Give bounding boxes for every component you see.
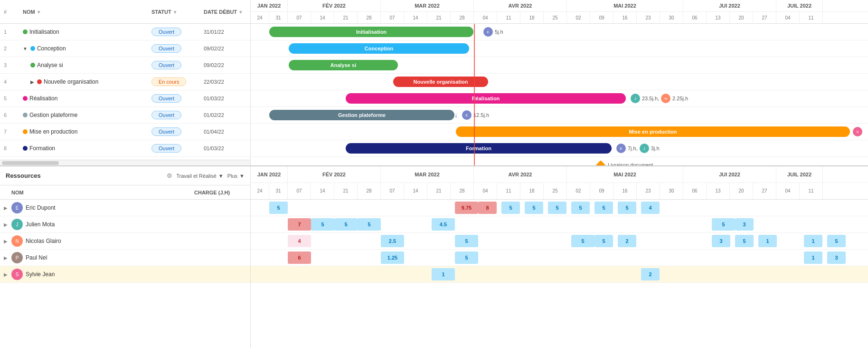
- months-row: JAN 2022 FÉV 2022 MAR 2022 AVR 2022 MAI …: [251, 0, 868, 12]
- status-badge[interactable]: En cours: [151, 77, 186, 86]
- week-07b: 07: [381, 12, 404, 24]
- gantt-row-5: Réalisation J 23.5j.h, N 2.25j.h: [251, 90, 868, 107]
- res-cell: 2.5: [381, 235, 404, 247]
- res-cell: 6: [288, 251, 311, 264]
- week-21: 21: [334, 12, 358, 24]
- res-cell: 3: [827, 251, 846, 264]
- bar-mise-en-prod[interactable]: Mise en production: [456, 126, 850, 137]
- horizontal-scrollbar[interactable]: [0, 160, 250, 165]
- resource-name: Nicolas Glairo: [26, 238, 246, 244]
- scroll-thumb[interactable]: [2, 161, 59, 165]
- status-badge[interactable]: Ouvert: [151, 127, 181, 136]
- bar-gestion[interactable]: Gestion plateforme: [269, 110, 454, 120]
- week-13: 13: [707, 12, 730, 24]
- status-dot: [23, 96, 28, 101]
- resource-chart: JAN 2022 FÉV 2022 MAR 2022 AVR 2022 MAI …: [251, 166, 868, 348]
- resource-plus[interactable]: Plus ▼: [227, 173, 245, 179]
- col-statut-header: STATUT▼: [151, 9, 204, 15]
- res-col-charge: CHARGE (J.H): [194, 190, 246, 195]
- expand-icon[interactable]: ▶: [30, 79, 34, 85]
- month-mai: MAI 2022: [567, 0, 683, 11]
- app-container: # NOM▼ STATUT▼ DATE DÉBUT▼ 1 Initialis: [0, 0, 868, 348]
- left-panel: # NOM▼ STATUT▼ DATE DÉBUT▼ 1 Initialis: [0, 0, 251, 165]
- bar-label-8: E 7j.h, J 3j.h: [616, 144, 660, 153]
- col-date-header: DATE DÉBUT▼: [204, 9, 246, 15]
- res-cell: 8: [478, 202, 497, 214]
- bar-initialisation[interactable]: Initialisation: [269, 27, 473, 37]
- table-row: 1 Initialisation Ouvert 31/01/22: [0, 24, 250, 40]
- bar-label-1: E 5j.h: [483, 27, 503, 37]
- statut-filter-icon[interactable]: ▼: [173, 10, 178, 15]
- expand-icon[interactable]: ▶: [4, 272, 11, 277]
- resource-row-nicolas: 4 2.5 5 5 5 2 3 5 1 1 5: [251, 233, 868, 250]
- plus-arrow-icon: ▼: [239, 173, 245, 179]
- res-month-mai: MAI 2022: [567, 166, 683, 183]
- table-row: 3 Analyse si Ouvert 09/02/22: [0, 57, 250, 74]
- resources-header: Ressources ⚙ Travail et Réalisé ▼ Plus ▼: [0, 166, 250, 185]
- res-col-nom: NOM: [11, 190, 194, 195]
- res-month-jan: JAN 2022: [251, 166, 288, 183]
- bar-conception[interactable]: Conception: [289, 43, 469, 54]
- avatar: N: [661, 94, 670, 103]
- avatar: E: [483, 27, 493, 37]
- bar-analyse[interactable]: Analyse si: [289, 60, 398, 70]
- gantt-timeline-header: JAN 2022 FÉV 2022 MAR 2022 AVR 2022 MAI …: [251, 0, 868, 24]
- status-badge[interactable]: Ouvert: [151, 61, 181, 69]
- status-badge[interactable]: Ouvert: [151, 44, 181, 53]
- expand-icon[interactable]: ▶: [4, 205, 11, 211]
- gantt-chart: JAN 2022 FÉV 2022 MAR 2022 AVR 2022 MAI …: [251, 0, 868, 165]
- settings-icon[interactable]: ⚙: [167, 172, 172, 179]
- avatar: E: [616, 144, 626, 153]
- expand-icon[interactable]: ▶: [4, 255, 11, 261]
- list-item: ▶ N Nicolas Glairo: [0, 233, 250, 250]
- week-11b: 11: [800, 12, 823, 24]
- week-06: 06: [683, 12, 707, 24]
- list-item: ▶ P Paul Nel: [0, 250, 250, 266]
- avatar: J: [11, 219, 23, 230]
- status-dot: [37, 79, 42, 84]
- bar-formation[interactable]: Formation: [346, 143, 612, 154]
- bar-realisation[interactable]: Réalisation: [346, 93, 626, 104]
- expand-icon[interactable]: ▶: [4, 239, 11, 244]
- gantt-row-4: Nouvelle organisation: [251, 74, 868, 90]
- col-nom-header: NOM▼: [23, 9, 151, 15]
- res-cell: 1: [804, 251, 822, 264]
- resource-filter[interactable]: Travail et Réalisé ▼: [176, 173, 223, 179]
- res-cell: 1: [804, 235, 822, 247]
- week-02: 02: [567, 12, 590, 24]
- res-cell: 5: [827, 235, 846, 247]
- res-cell: 5: [455, 235, 478, 247]
- res-cell: 1.25: [381, 251, 404, 264]
- status-badge[interactable]: Ouvert: [151, 111, 181, 119]
- resources-title: Ressources: [6, 172, 163, 179]
- res-cell: 7: [288, 218, 311, 231]
- gantt-row-6: Gestion plateforme E 12.5j.h ↓: [251, 107, 868, 124]
- resource-name: Paul Nel: [26, 254, 246, 261]
- avatar: J: [631, 94, 640, 103]
- status-badge[interactable]: Ouvert: [151, 144, 181, 153]
- status-dot: [23, 113, 28, 117]
- expand-icon[interactable]: ▼: [23, 46, 28, 51]
- res-timeline-header: JAN 2022 FÉV 2022 MAR 2022 AVR 2022 MAI …: [251, 166, 868, 200]
- filter-arrow-icon: ▼: [218, 173, 224, 179]
- gantt-top: # NOM▼ STATUT▼ DATE DÉBUT▼ 1 Initialis: [0, 0, 868, 166]
- week-04: 04: [474, 12, 497, 24]
- res-cell: 1: [758, 235, 777, 247]
- table-row: 6 Gestion plateforme Ouvert 01/02/22: [0, 107, 250, 124]
- gantt-row-1: Initialisation E 5j.h: [251, 24, 868, 40]
- task-list: 1 Initialisation Ouvert 31/01/22 2 ▼ Con…: [0, 24, 250, 160]
- status-dot: [23, 129, 28, 134]
- weeks-row: 24 31 07 14 21 28 07 14 21 28 04 11 18 2…: [251, 12, 868, 24]
- res-cell: 5: [618, 202, 636, 214]
- status-badge[interactable]: Ouvert: [151, 28, 181, 36]
- avatar: S: [853, 127, 862, 136]
- week-27: 27: [753, 12, 776, 24]
- status-badge[interactable]: Ouvert: [151, 94, 181, 103]
- date-filter-icon[interactable]: ▼: [238, 10, 243, 15]
- bar-label-5: J 23.5j.h, N 2.25j.h: [631, 94, 688, 103]
- expand-icon[interactable]: ▶: [4, 222, 11, 227]
- status-dot: [23, 146, 28, 151]
- avatar: E: [462, 110, 472, 120]
- col-num-header: #: [4, 9, 23, 15]
- nom-filter-icon[interactable]: ▼: [37, 10, 41, 15]
